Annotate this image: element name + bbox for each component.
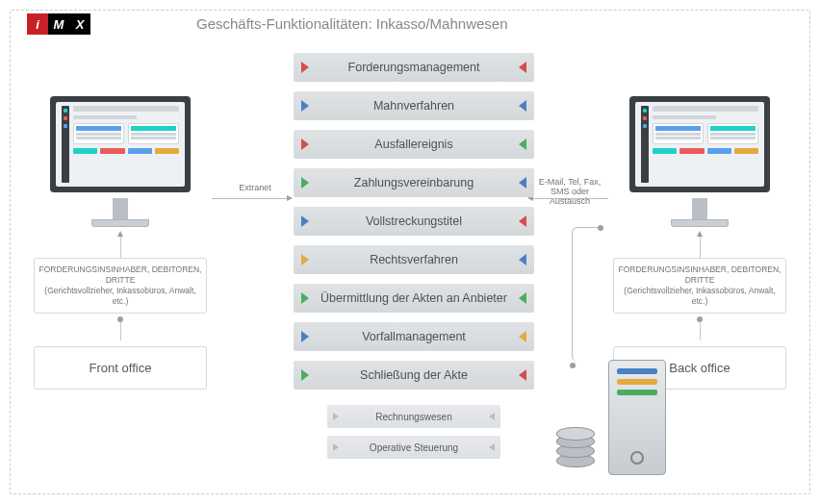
process-bar: Ausfallereignis xyxy=(294,130,534,159)
server-icon xyxy=(608,360,666,475)
page-title: Geschäfts-Funktionalitäten: Inkasso/Mahn… xyxy=(192,15,512,32)
arrow-left-icon xyxy=(301,331,309,342)
arrow-left-icon xyxy=(333,443,339,451)
front-parties-l1: FORDERUNGSINSINHABER, DEBITOREN, DRITTE xyxy=(39,265,202,285)
extranet-label: Extranet xyxy=(217,183,294,192)
logo-i: i xyxy=(27,13,48,35)
connector-vertical xyxy=(120,237,121,258)
process-label: Rechtsverfahren xyxy=(370,253,458,266)
arrow-left-icon xyxy=(301,369,309,381)
channels-label: E-Mail, Tel, Fax, SMS oder Austausch xyxy=(531,177,608,206)
back-parties-l1: FORDERUNGSINSINHABER, DEBITOREN, DRITTE xyxy=(619,265,782,285)
process-label: Schließung der Akte xyxy=(360,368,468,382)
back-parties-l2: (Gerichtsvollzieher, Inkassobüros, Anwal… xyxy=(624,286,775,306)
process-bar: Übermittlung der Akten an Anbieter xyxy=(294,284,534,313)
logo-x: X xyxy=(69,13,90,35)
process-bar: Vorfallmanagement xyxy=(294,322,534,351)
monitor-frame xyxy=(50,96,191,192)
arrow-right-icon xyxy=(519,292,526,304)
arrow-left-icon xyxy=(301,100,309,112)
arrow-left-icon xyxy=(301,177,309,189)
process-label: Zahlungsvereinbarung xyxy=(354,176,474,189)
arrow-right-icon xyxy=(519,177,526,189)
process-bar: Schließung der Akte xyxy=(294,361,534,390)
process-bar: Rechtsverfahren xyxy=(294,245,534,274)
arrow-left-icon xyxy=(333,413,339,420)
sub-process-bar: Operative Steuerung xyxy=(327,436,500,459)
arrow-right-icon xyxy=(519,100,526,112)
arrow-left-icon xyxy=(301,139,309,150)
arrow-right-icon xyxy=(519,254,526,265)
process-bar: Forderungsmanagement xyxy=(294,53,534,82)
process-label: Mahnverfahren xyxy=(373,99,454,113)
process-bar: Zahlungsvereinbarung xyxy=(294,168,534,197)
right-column: FORDERUNGSINSINHABER, DEBITOREN, DRITTE … xyxy=(608,96,791,390)
logo-m: M xyxy=(48,13,69,35)
process-label: Vollstreckungstitel xyxy=(366,214,462,228)
arrow-right-icon xyxy=(519,215,526,227)
sub-process-bar: Rechnungswesen xyxy=(327,405,500,428)
sub-process-label: Rechnungswesen xyxy=(375,412,452,422)
sub-process-label: Operative Steuerung xyxy=(370,442,458,453)
process-bar: Mahnverfahren xyxy=(294,91,534,120)
arrow-left-icon xyxy=(301,292,309,304)
connector-vertical xyxy=(700,237,701,258)
arrow-right-icon xyxy=(489,443,495,451)
arrow-left xyxy=(212,198,287,199)
monitor-screen xyxy=(56,102,185,187)
back-office-monitor xyxy=(608,96,791,227)
arrow-right-icon xyxy=(519,62,526,73)
arrow-left-icon xyxy=(301,215,309,227)
arrow-right-icon xyxy=(519,331,526,342)
arrow-right-icon xyxy=(519,139,526,150)
arrow-right-icon xyxy=(519,369,526,381)
process-label: Ausfallereignis xyxy=(374,138,452,151)
monitor-frame xyxy=(629,96,770,192)
database-icon xyxy=(554,425,597,475)
arrow-left-icon xyxy=(301,62,309,73)
arrow-right-icon xyxy=(489,413,495,420)
sub-process-list: RechnungswesenOperative Steuerung xyxy=(294,405,534,459)
server-group xyxy=(554,360,666,475)
server-connector xyxy=(572,227,601,362)
process-list: ForderungsmanagementMahnverfahrenAusfall… xyxy=(294,53,534,390)
monitor-screen xyxy=(635,102,764,187)
center-column: ForderungsmanagementMahnverfahrenAusfall… xyxy=(294,53,534,466)
process-label: Vorfallmanagement xyxy=(362,330,466,343)
front-parties-l2: (Gerichtsvollzieher, Inkassobüros, Anwal… xyxy=(44,286,195,306)
front-parties-box: FORDERUNGSINSINHABER, DEBITOREN, DRITTE … xyxy=(34,258,207,314)
logo-imx: i M X xyxy=(27,13,90,35)
front-office-box: Front office xyxy=(34,346,207,390)
arrow-right xyxy=(533,198,608,199)
left-column: FORDERUNGSINSINHABER, DEBITOREN, DRITTE … xyxy=(29,96,212,390)
arrow-left-icon xyxy=(301,254,309,265)
process-label: Übermittlung der Akten an Anbieter xyxy=(320,291,507,305)
back-parties-box: FORDERUNGSINSINHABER, DEBITOREN, DRITTE … xyxy=(613,258,786,314)
process-bar: Vollstreckungstitel xyxy=(294,207,534,236)
front-office-monitor xyxy=(29,96,212,227)
process-label: Forderungsmanagement xyxy=(348,61,480,74)
